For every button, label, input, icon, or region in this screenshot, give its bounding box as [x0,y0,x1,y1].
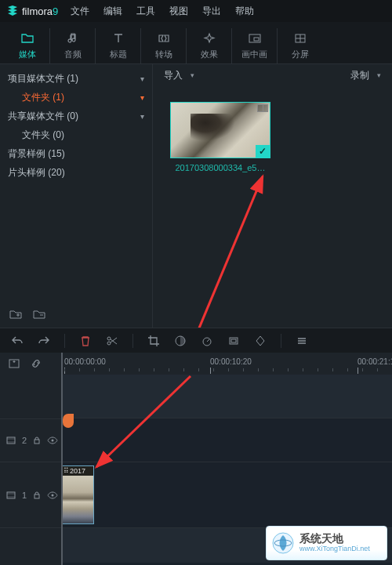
menu-view[interactable]: 视图 [169,5,188,18]
annotation-arrow [188,168,282,349]
logo-icon [6,5,19,17]
speed-icon[interactable] [201,335,213,347]
watermark-badge: 系统天地 www.XiTongTianDi.net [266,526,387,560]
timeline-header-controls [0,353,61,375]
tab-label: 媒体 [19,49,36,60]
track-film-icon [6,436,16,445]
track-lane-1[interactable]: ⠿ 2017 [61,462,392,528]
tab-label: 效果 [201,49,218,60]
ruler-tick: 00:00:21:15 [358,357,392,366]
track-number: 2 [22,436,27,445]
menu-file[interactable]: 文件 [71,5,89,18]
timeline-ruler[interactable]: 00:00:00:00 00:00:10:20 00:00:21:15 [61,353,392,375]
trash-icon[interactable] [79,335,92,347]
chevron-down-icon: ▾ [140,93,144,102]
tab-split[interactable]: 分屏 [278,28,323,63]
track-header-1[interactable]: 1 [0,462,61,528]
eye-icon[interactable] [47,491,58,499]
media-grid[interactable]: ✓ 20170308000334_e5… [153,86,392,328]
svg-rect-11 [34,440,39,444]
clip-thumbnail[interactable]: ✓ [170,102,270,158]
svg-rect-1 [254,38,259,41]
tab-title[interactable]: 标题 [96,28,141,63]
folder-icon [20,31,34,45]
chevron-down-icon: ▾ [140,112,144,121]
menubar: 文件 编辑 工具 视图 导出 帮助 [71,5,254,18]
track-lane-2[interactable] [61,418,392,462]
import-dropdown[interactable]: 导入 ▾ [164,69,194,82]
record-dropdown[interactable]: 录制 ▾ [350,69,381,82]
sparkle-icon [202,31,216,45]
clip-type-icon [257,104,268,112]
track-number: 1 [22,491,27,500]
track-film-icon [6,491,16,500]
checkmark-icon: ✓ [256,145,270,158]
main-panels: 项目媒体文件 (1) ▾ 文件夹 (1) ▾ 共享媒体文件 (0) ▾ 文件夹 … [0,64,392,328]
delete-folder-icon[interactable] [33,308,45,321]
chevron-down-icon: ▾ [191,71,194,79]
app-name: filmora9 [22,5,58,17]
new-folder-icon[interactable] [9,308,22,321]
svg-point-4 [107,342,111,345]
menu-export[interactable]: 导出 [202,5,221,18]
watermark-title: 系统天地 [299,533,370,545]
svg-rect-14 [34,494,39,498]
menu-help[interactable]: 帮助 [235,5,254,18]
timeline-clip[interactable]: ⠿ 2017 [61,465,94,524]
tree-footer [0,301,152,328]
playhead[interactable] [61,353,63,565]
media-browser: 导入 ▾ 录制 ▾ ✓ 20170308000334_e5… [153,64,392,328]
scissors-icon[interactable] [106,335,118,347]
tab-effect[interactable]: 效果 [187,28,232,63]
color-icon[interactable] [174,335,187,347]
tab-label: 画中画 [241,49,267,60]
keyframe-icon[interactable] [254,335,267,347]
crop-icon[interactable] [147,335,160,347]
media-clip[interactable]: ✓ 20170308000334_e5… [170,102,270,172]
svg-point-3 [107,337,111,340]
track-headers: 2 1 [0,375,61,565]
menu-tools[interactable]: 工具 [136,5,155,18]
link-icon[interactable] [30,357,42,370]
marker[interactable] [63,414,74,428]
transition-icon [157,31,171,45]
clip-filename: 20170308000334_e5… [170,163,270,172]
tab-audio[interactable]: 音频 [50,28,96,63]
svg-rect-13 [7,492,15,498]
watermark-logo-icon [271,531,295,555]
media-tree: 项目媒体文件 (1) ▾ 文件夹 (1) ▾ 共享媒体文件 (0) ▾ 文件夹 … [0,64,152,301]
tree-item-folder-selected[interactable]: 文件夹 (1) ▾ [0,88,152,107]
tab-label: 音频 [64,49,82,60]
eye-icon[interactable] [47,436,58,444]
tab-label: 分屏 [292,49,309,60]
svg-point-12 [52,440,54,442]
text-icon [111,31,125,45]
add-track-icon[interactable] [8,357,20,370]
svg-point-15 [52,494,54,496]
more-icon[interactable] [296,335,308,347]
tree-item-shared-folder[interactable]: 文件夹 (0) [0,125,152,144]
tree-item-bg-samples[interactable]: 背景样例 (15) [0,144,152,163]
redo-icon[interactable] [38,335,50,347]
titlebar: filmora9 文件 编辑 工具 视图 导出 帮助 [0,0,392,22]
tab-transition[interactable]: 转场 [141,28,187,63]
tree-item-title-samples[interactable]: 片头样例 (20) [0,163,152,182]
timeline-toolbar [0,328,392,353]
track-header-2[interactable]: 2 [0,418,61,462]
freeze-icon[interactable] [227,335,240,347]
timeline-clip-thumb [62,476,93,523]
undo-icon[interactable] [11,335,24,347]
menu-edit[interactable]: 编辑 [103,5,122,18]
tab-pip[interactable]: 画中画 [232,28,278,63]
tree-item-project[interactable]: 项目媒体文件 (1) ▾ [0,69,152,88]
filmstrip-icon: ⠿ [64,467,68,475]
chevron-down-icon: ▾ [140,74,144,83]
lock-icon[interactable] [33,491,41,499]
lock-icon[interactable] [33,436,41,444]
tab-media[interactable]: 媒体 [5,28,50,63]
tab-label: 标题 [110,49,127,60]
tree-item-shared[interactable]: 共享媒体文件 (0) ▾ [0,107,152,125]
svg-rect-10 [7,437,15,444]
app-logo: filmora9 [6,5,58,17]
category-tabs: 媒体 音频 标题 转场 效果 [0,22,392,64]
